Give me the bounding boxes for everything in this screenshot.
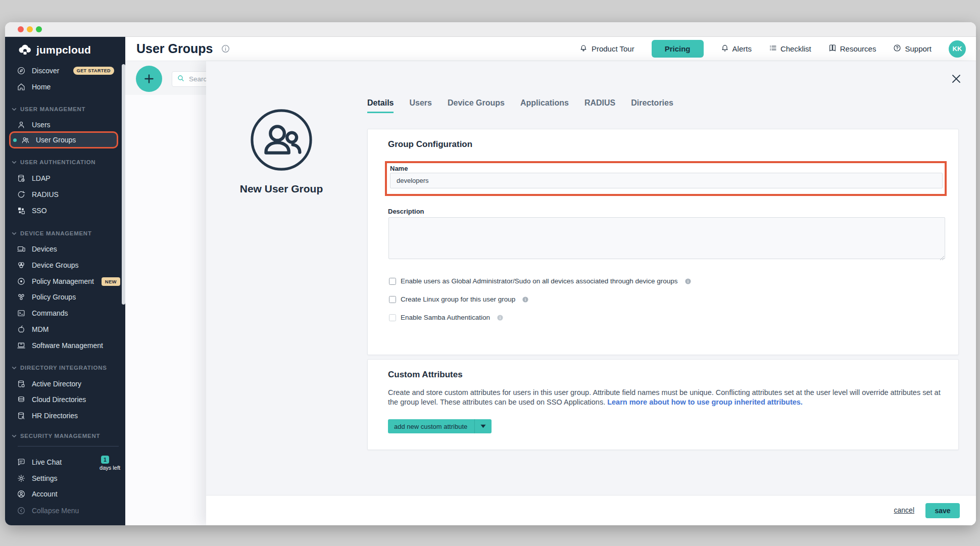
group-name-input[interactable] xyxy=(390,173,943,188)
sidebar-item-account[interactable]: Account xyxy=(5,486,125,502)
samba-checkbox[interactable] xyxy=(389,314,396,321)
database-user-icon xyxy=(17,411,26,420)
terminal-icon xyxy=(17,309,26,318)
description-label: Description xyxy=(388,208,424,215)
get-started-badge: GET STARTED xyxy=(73,67,114,75)
sidebar-item-devices[interactable]: Devices xyxy=(5,241,125,257)
sidebar-item-collapse-menu[interactable]: Collapse Menu xyxy=(5,503,125,518)
tab-details[interactable]: Details xyxy=(367,98,394,113)
new-badge: NEW xyxy=(102,277,120,286)
tab-directories[interactable]: Directories xyxy=(631,98,673,113)
sidebar-item-commands[interactable]: Commands xyxy=(5,306,125,321)
info-icon[interactable] xyxy=(522,296,529,303)
user-group-icon xyxy=(21,135,30,144)
name-field-annotation: Name xyxy=(385,161,947,196)
chevron-down-icon xyxy=(12,107,17,112)
megaphone-icon xyxy=(580,44,588,54)
collapse-arrow-icon xyxy=(17,506,26,515)
sidebar-item-users[interactable]: Users xyxy=(5,117,125,132)
pricing-button[interactable]: Pricing xyxy=(652,40,704,58)
jumpcloud-cloud-icon xyxy=(17,43,32,57)
product-tour-button[interactable]: Product Tour xyxy=(580,44,634,54)
resources-button[interactable]: Resources xyxy=(828,44,876,54)
sidebar-section-user-authentication[interactable]: USER AUTHENTICATION xyxy=(5,155,125,170)
search-icon xyxy=(177,74,185,84)
question-circle-icon xyxy=(893,44,901,54)
resize-handle-icon[interactable] xyxy=(940,254,945,263)
target-icon xyxy=(17,277,26,286)
sidebar-item-device-groups[interactable]: Device Groups xyxy=(5,258,125,273)
sidebar-item-home[interactable]: Home xyxy=(5,79,125,94)
sidebar-item-active-directory[interactable]: Active Directory xyxy=(5,376,125,391)
app-window: jumpcloud Discover GET STARTED Home USER… xyxy=(5,22,976,525)
sidebar-item-policy-management[interactable]: Policy Management NEW xyxy=(5,274,125,289)
sidebar-item-hr-directories[interactable]: HR Directories xyxy=(5,408,125,423)
tab-applications[interactable]: Applications xyxy=(520,98,569,113)
custom-attributes-title: Custom Attributes xyxy=(388,370,463,380)
sidebar-item-software-management[interactable]: Software Management xyxy=(5,338,125,353)
cloud-stack-icon xyxy=(17,395,26,404)
close-icon[interactable] xyxy=(950,73,962,85)
linux-group-checkbox[interactable] xyxy=(389,296,396,303)
chevron-down-icon xyxy=(12,366,17,370)
add-user-group-button[interactable] xyxy=(136,66,162,92)
zoom-window-button[interactable] xyxy=(36,26,42,32)
database-square-icon xyxy=(17,379,26,388)
info-icon[interactable] xyxy=(497,314,504,321)
checklist-button[interactable]: Checklist xyxy=(769,44,811,54)
sidebar-item-user-groups-active[interactable]: User Groups xyxy=(9,131,118,148)
info-icon[interactable] xyxy=(684,278,692,285)
tab-device-groups[interactable]: Device Groups xyxy=(448,98,505,113)
sidebar-scrollbar[interactable] xyxy=(122,64,125,305)
header-actions: Product Tour Pricing Alerts Checklist Re… xyxy=(580,40,966,58)
support-button[interactable]: Support xyxy=(893,44,932,54)
tab-radius[interactable]: RADIUS xyxy=(584,98,615,113)
book-icon xyxy=(828,44,837,54)
sidebar-item-mdm[interactable]: MDM xyxy=(5,322,125,337)
chevron-down-icon xyxy=(12,160,17,165)
sidebar-section-user-management[interactable]: USER MANAGEMENT xyxy=(5,102,125,117)
add-custom-attribute-button[interactable]: add new custom attribute xyxy=(388,419,492,433)
global-admin-checkbox[interactable] xyxy=(389,278,396,285)
name-label: Name xyxy=(390,165,408,172)
sidebar-section-directory-integrations[interactable]: DIRECTORY INTEGRATIONS xyxy=(5,360,125,375)
custom-attributes-description: Create and store custom attributes for u… xyxy=(388,388,948,407)
cancel-button[interactable]: cancel xyxy=(894,506,914,514)
description-textarea[interactable] xyxy=(388,217,945,259)
sidebar-section-device-management[interactable]: DEVICE MANAGEMENT xyxy=(5,226,125,241)
active-dot xyxy=(13,138,17,142)
laptop-icon xyxy=(17,341,26,350)
chevron-down-icon xyxy=(12,434,17,438)
save-button[interactable]: save xyxy=(925,503,960,518)
jumpcloud-logo: jumpcloud xyxy=(17,41,91,59)
close-window-button[interactable] xyxy=(18,26,24,32)
user-circle-icon xyxy=(17,489,26,499)
user-icon xyxy=(17,120,26,129)
modal-footer: cancel save xyxy=(206,495,976,525)
sidebar-item-discover[interactable]: Discover GET STARTED xyxy=(5,63,125,78)
sidebar-item-settings[interactable]: Settings xyxy=(5,471,125,486)
info-icon[interactable] xyxy=(221,44,230,53)
group-configuration-card: Group Configuration Name Description Ena… xyxy=(367,129,959,355)
tab-users[interactable]: Users xyxy=(409,98,431,113)
sidebar-item-policy-groups[interactable]: Policy Groups xyxy=(5,289,125,305)
sidebar-item-sso[interactable]: SSO xyxy=(5,203,125,218)
logo-wordmark: jumpcloud xyxy=(36,44,91,56)
sidebar-item-cloud-directories[interactable]: Cloud Directories xyxy=(5,392,125,407)
caret-down-icon xyxy=(475,424,492,428)
apple-icon xyxy=(17,325,26,334)
group-configuration-title: Group Configuration xyxy=(388,139,472,150)
sidebar-section-security-management[interactable]: SECURITY MANAGEMENT xyxy=(5,428,125,443)
minimize-window-button[interactable] xyxy=(27,26,33,32)
circular-arrow-icon xyxy=(17,190,26,199)
window-titlebar xyxy=(5,22,976,37)
avatar[interactable]: KK xyxy=(949,40,966,58)
sidebar-item-radius[interactable]: RADIUS xyxy=(5,187,125,202)
page-header: User Groups Product Tour Pricing Alerts … xyxy=(125,37,976,61)
new-user-group-icon xyxy=(250,108,313,172)
modal-tabs: Details Users Device Groups Applications… xyxy=(367,98,673,113)
sidebar-item-ldap[interactable]: LDAP xyxy=(5,171,125,186)
database-clock-icon xyxy=(17,174,26,183)
inherited-attributes-link[interactable]: Learn more about how to use group inheri… xyxy=(607,398,803,406)
alerts-button[interactable]: Alerts xyxy=(721,44,752,54)
